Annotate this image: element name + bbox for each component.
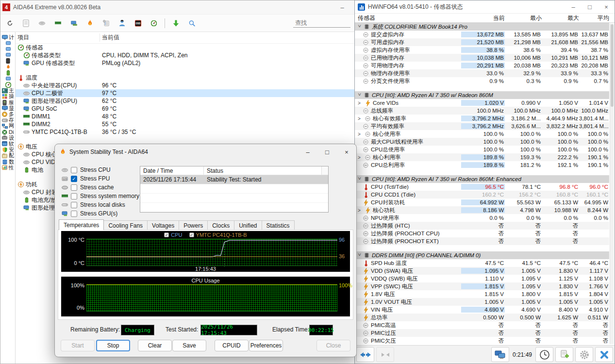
- sensor-row[interactable]: 可用物理内存20,291 MB20,038 MB20,323 MB20,208 …: [355, 62, 609, 69]
- log-column-status[interactable]: Status: [204, 167, 321, 174]
- tree-row[interactable]: CPU 二极管97 °C: [16, 89, 354, 97]
- column-sensor[interactable]: 传感器: [355, 14, 461, 22]
- sensor-row[interactable]: >核心使用率100.0 %100.0 %100.0 %100.0 %: [355, 130, 609, 138]
- sensor-row[interactable]: VIN 电压4.690 V4.690 V8.400 V4.910 V: [355, 306, 609, 314]
- tab-clocks[interactable]: Clocks: [207, 220, 234, 230]
- sidebar-item-操[interactable]: 操: [0, 94, 15, 99]
- tab-temperatures[interactable]: Temperatures: [59, 219, 104, 230]
- checkbox[interactable]: [71, 211, 77, 217]
- sidebar-item-性[interactable]: 性: [0, 165, 15, 170]
- tab-voltages[interactable]: Voltages: [147, 220, 179, 230]
- sidebar-item-显[interactable]: 显: [0, 105, 15, 111]
- column-minimum[interactable]: 最小: [505, 14, 542, 22]
- log-column-datetime[interactable]: Date / Time: [140, 166, 204, 175]
- save-button[interactable]: Save: [172, 340, 206, 351]
- minimize-button[interactable]: –: [565, 0, 582, 13]
- column-value[interactable]: 当前值: [100, 33, 119, 42]
- sensor-row[interactable]: 可用虚拟内存21,520 MB21,298 MB21,608 MB21,556 …: [355, 38, 609, 46]
- checkbox[interactable]: ✓: [71, 176, 77, 182]
- tab-unified[interactable]: Unified: [234, 220, 262, 230]
- nav-arrows-button[interactable]: [356, 347, 374, 362]
- report-icon-button[interactable]: [20, 18, 31, 29]
- scrollbar-thumb[interactable]: [611, 24, 614, 107]
- sidebar-item-flame-mini-5[interactable]: [0, 64, 15, 70]
- sidebar-item-Di[interactable]: Di: [0, 129, 15, 135]
- checkbox[interactable]: [71, 167, 77, 173]
- sensor-row[interactable]: PMIC欠压否否否否: [355, 337, 609, 345]
- user-icon-button[interactable]: [116, 18, 127, 29]
- sensor-row[interactable]: CPU总利用率189.8 %181.2 %192.1 %190.1 %: [355, 161, 609, 169]
- column-item[interactable]: 项目: [16, 33, 100, 42]
- sidebar-item-网[interactable]: 网: [0, 123, 15, 129]
- sidebar-item-软[interactable]: 软: [0, 141, 15, 147]
- tree-row[interactable]: GPU 传感器类型PMLog (ADL2): [16, 59, 354, 67]
- chevron-right-icon[interactable]: >: [358, 208, 363, 213]
- chevron-right-icon[interactable]: >: [358, 132, 363, 137]
- vertical-scrollbar[interactable]: [610, 23, 614, 344]
- sensor-row[interactable]: PMIC过压否否否否: [355, 329, 609, 337]
- sensor-gauge-icon-button[interactable]: [149, 18, 159, 29]
- chevron-right-icon[interactable]: >: [358, 155, 363, 160]
- sidebar-item-存[interactable]: 存: [0, 117, 15, 123]
- sensor-section-header[interactable]: >DDR5 DIMM [#0] (P0 CHANNEL A/DIMM 0): [355, 251, 609, 259]
- maximize-button[interactable]: □: [582, 0, 598, 13]
- tree-row[interactable]: YMTC PC41Q-1TB-B36 °C / 35 °C: [16, 128, 354, 136]
- collapse-arrows-button[interactable]: [376, 347, 394, 362]
- sensor-row[interactable]: 过热降频 (PROCHOT CPU)否否否: [355, 230, 609, 237]
- checkbox[interactable]: [71, 202, 77, 208]
- sensor-row[interactable]: VDD (SWA) 电压1.095 V1.005 V1.830 V1.117 V: [355, 267, 609, 275]
- chevron-down-icon[interactable]: >: [357, 253, 362, 258]
- sidebar-item-数[interactable]: 数: [0, 159, 15, 165]
- sensor-row[interactable]: CPU CCD1 (Tdie)160.2 °C156.2 °C160.8 °C1…: [355, 191, 609, 199]
- sensor-section-header[interactable]: >CPU [#0]: AMD Ryzen AI 7 350 w/ Radeon …: [355, 91, 609, 99]
- sidebar-item-battery-6[interactable]: [0, 70, 15, 76]
- sidebar-item-device-4[interactable]: [0, 58, 15, 64]
- minimize-button[interactable]: –: [334, 1, 350, 14]
- search-input[interactable]: [293, 18, 350, 28]
- download-icon-button[interactable]: [170, 18, 181, 29]
- sidebar-item-配[interactable]: 配: [0, 153, 15, 159]
- sidebar-item-安[interactable]: 安: [0, 147, 15, 153]
- column-maximum[interactable]: 最大: [542, 14, 579, 22]
- clock-button[interactable]: [535, 347, 553, 362]
- sensor-row[interactable]: >核心利用率189.8 %159.3 %222.2 %190.1 %: [355, 153, 609, 161]
- sensor-row[interactable]: CPU封装功耗64.992 W55.563 W65.133 W64.995 W: [355, 199, 609, 206]
- close-button[interactable]: Close: [316, 340, 350, 351]
- tree-row[interactable]: 传感器: [16, 44, 354, 51]
- close-x-button[interactable]: [595, 347, 613, 362]
- sensor-row[interactable]: 提交虚拟内存13,672 MB13,585 MB13,895 MB13,637 …: [355, 31, 609, 38]
- sensor-row[interactable]: 分页文件使用率0.9 %0.3 %0.9 %0.7 %: [355, 77, 609, 85]
- settings-gear-button[interactable]: [575, 347, 593, 362]
- clear-button[interactable]: Clear: [138, 340, 172, 351]
- sensor-row[interactable]: 1.8V 电压1.815 V1.800 V1.815 V1.804 V: [355, 290, 609, 298]
- sensor-row[interactable]: >核心有效频率3,796.2 MHz3,186.2 M...4,464.9 MH…: [355, 115, 609, 122]
- sidebar-item-subpage-3[interactable]: [0, 52, 15, 58]
- start-button[interactable]: Start: [61, 340, 95, 351]
- tree-row[interactable]: 温度: [16, 74, 354, 82]
- report-wizard-icon-button[interactable]: [100, 18, 111, 29]
- search-icon-button[interactable]: [186, 18, 197, 29]
- sensor-row[interactable]: 最大CPU/线程使用率100.0 %100.0 %100.0 %100.0 %: [355, 138, 609, 146]
- sensor-row[interactable]: SPD Hub 温度47.5 °C41.5 °C47.5 °C46.4 °C: [355, 259, 609, 267]
- gpu-icon-button[interactable]: [68, 18, 79, 29]
- chevron-right-icon[interactable]: >: [358, 100, 363, 106]
- sidebar-item-subpage-7[interactable]: [0, 76, 15, 82]
- refresh-icon-button[interactable]: [4, 18, 15, 29]
- sidebar-item-计[interactable]: 计: [0, 34, 15, 40]
- sidebar-item-设[interactable]: 设: [0, 135, 15, 141]
- sensor-row[interactable]: VPP (SWC) 电压1.815 V1.095 V1.830 V1.766 V: [355, 282, 609, 290]
- sensor-row[interactable]: 过热降频 (HTC)否否否: [355, 222, 609, 230]
- sensor-row[interactable]: 过热降频 (PROCHOT EXT)否否否: [355, 237, 609, 245]
- tab-powers[interactable]: Powers: [179, 220, 208, 230]
- sidebar-item-sensor-gauge-8[interactable]: [0, 82, 15, 88]
- stress-test-flame-icon-button[interactable]: [84, 18, 95, 29]
- sensor-row[interactable]: NPU使用率0.0 %0.0 %0.0 %0.0 %: [355, 214, 609, 222]
- sidebar-item-服[interactable]: 服: [0, 99, 15, 105]
- close-button[interactable]: ×: [337, 145, 356, 159]
- checkbox[interactable]: [71, 184, 77, 191]
- column-average[interactable]: 平均: [579, 14, 609, 22]
- tree-row[interactable]: DIMM148 °C: [16, 113, 354, 120]
- sensor-section-header[interactable]: >系统 COLORFIRE MEOW Book14 Pro: [355, 23, 609, 31]
- sensor-row[interactable]: 平均有效频率3,796.2 MHz3,626.6 M...3,832.2 MHz…: [355, 122, 609, 130]
- sensor-row[interactable]: 物理内存使用率33.0 %32.9 %33.9 %33.3 %: [355, 69, 609, 77]
